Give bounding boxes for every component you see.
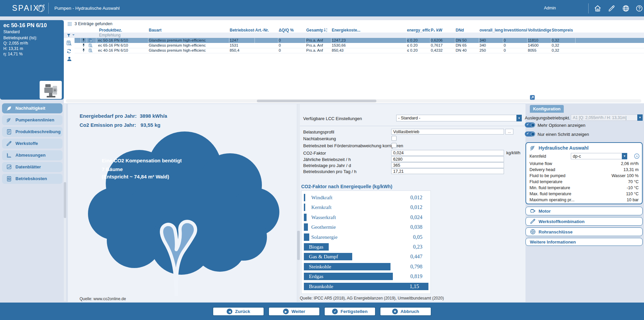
panel-scrollbar-thumb[interactable]	[297, 231, 300, 260]
toggle-2[interactable]: ✓	[525, 131, 535, 137]
sidebar-scrollbar-thumb[interactable]	[64, 182, 66, 218]
sidebar-item-label: Produktbeschreibung	[15, 129, 60, 134]
checkbox-2[interactable]	[392, 136, 397, 141]
search-doc-icon[interactable]	[88, 48, 93, 53]
lcc-settings-label: Verfügbare LCC Einstellungen	[303, 116, 362, 121]
column-header[interactable]: DNd	[456, 28, 479, 33]
tree-text-line3: (Entspricht ~ 74,84 m² Wald)	[102, 174, 169, 179]
home-icon[interactable]	[594, 4, 602, 12]
quotation-pen-icon[interactable]	[608, 4, 616, 12]
tree-text-line1: Eine CO2 Kompensation benötigt	[102, 158, 182, 163]
column-header[interactable]: Art.-Nr.	[255, 28, 278, 33]
field-input[interactable]: 365	[391, 162, 504, 168]
column-header[interactable]: Gesamtpr...	[306, 28, 323, 33]
filter-chevron-icon[interactable]: ⌄	[72, 32, 75, 36]
pin-icon[interactable]	[82, 38, 86, 42]
design-point-select[interactable]: A1 [Q: 2,055m³/h / H: 13,31m]	[571, 114, 643, 121]
panel-scrollbar[interactable]	[297, 104, 300, 302]
checkbox-3[interactable]	[392, 143, 397, 148]
table-cell: 1247,23	[332, 38, 406, 42]
abbruch-button[interactable]: ✖Abbruch	[380, 307, 431, 316]
sidebar-item-werkstoffe[interactable]: Werkstoffe	[2, 139, 62, 149]
search-doc-icon[interactable]	[88, 43, 93, 48]
chart-value-label: 0,819	[386, 273, 422, 280]
user-label[interactable]: Admin	[544, 6, 556, 10]
sort-za-icon[interactable]: AZ	[323, 28, 328, 32]
refresh-icon[interactable]	[66, 48, 72, 54]
pin-icon[interactable]	[82, 48, 86, 52]
column-header[interactable]: overall_length	[479, 28, 503, 33]
zurück-button[interactable]: ◀Zurück	[213, 307, 264, 316]
person-icon[interactable]	[66, 56, 72, 62]
column-header[interactable]: Vollständige ...	[528, 28, 551, 33]
datasheet-icon	[6, 164, 12, 170]
cell-divider	[87, 38, 87, 43]
toggle-1[interactable]: ✓	[525, 122, 535, 127]
table-cell: Glandless premium high-efficienc	[149, 48, 229, 52]
sidebar-item-betriebskosten[interactable]: €Betriebskosten	[2, 174, 62, 184]
column-header[interactable]: Betriebskosten	[230, 28, 255, 33]
column-header[interactable]: Produktbez.	[99, 28, 148, 33]
sidebar-item-datenblätter[interactable]: Datenblätter	[2, 162, 62, 172]
kennfeld-select[interactable]: dp-c	[571, 153, 627, 159]
section-button-werkstoffkombination[interactable]: Werkstoffkombination	[525, 217, 643, 226]
field-input[interactable]: 0,024	[391, 150, 504, 156]
search-doc-icon[interactable]	[66, 40, 72, 46]
sidebar-item-pumpenkennlinien[interactable]: Pumpenkennlinien	[2, 115, 62, 125]
kennfeld-dropdown-icon[interactable]: ▼	[622, 153, 627, 159]
field-input[interactable]: 17,21	[391, 168, 504, 174]
popout-icon[interactable]	[530, 95, 535, 100]
section-button-motor[interactable]: Motor	[525, 207, 643, 215]
sidebar-item-nachhaltigkeit[interactable]: Nachhaltigkeit	[2, 103, 62, 113]
hscrollbar-thumb[interactable]	[257, 100, 376, 102]
sidebar-item-produktbeschreibung[interactable]: Produktbeschreibung	[2, 127, 62, 137]
table-cell: 0,7617	[431, 43, 455, 47]
cell-divider	[331, 38, 331, 43]
sidebar-item-abmessungen[interactable]: Abmessungen	[2, 150, 62, 160]
cost-icon: €	[6, 176, 12, 182]
chart-value-label: 0,05	[386, 233, 422, 241]
table-cell: 0	[279, 43, 306, 47]
design-point-dropdown-icon[interactable]: ▼	[637, 114, 643, 121]
table-hscrollbar[interactable]	[66, 99, 641, 103]
chart-value-label: 0,012	[386, 204, 422, 211]
table-cell: 0,32	[552, 38, 575, 42]
column-header[interactable]: Energiekoste...	[332, 28, 406, 33]
sidebar-scrollbar[interactable]	[64, 104, 66, 301]
chart-value-label: 0,798	[386, 263, 422, 270]
detail-value: 13,31 m	[571, 167, 639, 172]
field-input[interactable]: 6280	[391, 156, 504, 162]
cell-divider	[455, 38, 455, 43]
fertigstellen-button[interactable]: ✔Fertigstellen	[324, 307, 376, 316]
chart-category-label: Geothermie	[311, 223, 336, 231]
chart-source: Quelle: IPCC AR5 (2018), AG Energiebilan…	[300, 296, 444, 301]
column-header[interactable]: P₁ kW	[431, 28, 455, 33]
circle-a-icon[interactable]: A	[634, 153, 640, 159]
pin-icon[interactable]	[82, 43, 86, 47]
section-button-label: Motor	[539, 209, 551, 214]
help-icon[interactable]	[635, 4, 643, 12]
pump-image	[40, 81, 62, 99]
section-button-weitere informationen[interactable]: Weitere Informationen	[525, 238, 643, 246]
filter-icon[interactable]	[66, 33, 72, 39]
chart-category-label: Windkraft	[311, 194, 332, 201]
detail-value: 10 bar	[571, 198, 639, 202]
lcc-settings-select[interactable]: - Standard -	[396, 115, 522, 121]
detail-label: Fluid to be pumped	[530, 173, 565, 178]
lcc-settings-dropdown-icon[interactable]: ▼	[516, 115, 522, 121]
column-header[interactable]: ΔQ/Q %	[279, 28, 306, 33]
column-header[interactable]: Investitionsk...	[504, 28, 527, 33]
section-button-rohranschlüsse[interactable]: Rohranschlüsse	[525, 227, 643, 236]
column-header[interactable]: energy_effici...	[407, 28, 430, 33]
table-cell: 0,4232	[431, 48, 455, 52]
detail-label: Maximum operating pr...	[530, 198, 574, 202]
column-header[interactable]: Strompreis	[552, 28, 575, 33]
weiter-button[interactable]: ▶Weiter	[268, 307, 320, 316]
search-doc-icon[interactable]	[88, 38, 93, 43]
ellipsis-button[interactable]: ...	[505, 129, 513, 135]
field-input[interactable]: Volllastbetrieb	[391, 129, 504, 135]
tab-konfiguration[interactable]: Konfiguration	[530, 105, 564, 113]
column-header[interactable]: Bauart	[149, 28, 229, 33]
cell-divider	[148, 38, 148, 43]
globe-icon[interactable]	[622, 4, 630, 12]
